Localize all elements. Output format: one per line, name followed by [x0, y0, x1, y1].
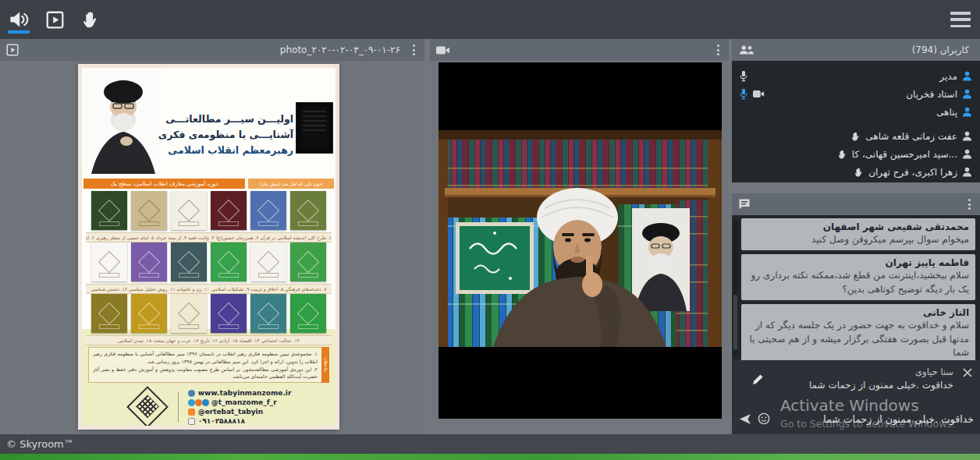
chat-input-row: خداقوت .خیلی ممنون از زحمات شما [738, 409, 974, 428]
desktop-background-strip [0, 454, 980, 460]
chat-panel-header [732, 193, 980, 215]
chat-panel: محمدتقی شفیعی شهر اصفهان میخوام سوال بپر… [732, 193, 980, 434]
message-author: الناز خانی [747, 307, 969, 318]
reply-quote: سنا حیاوی خداقوت .خیلی ممنون از زحمات شم… [740, 366, 972, 391]
leader-photo [85, 71, 162, 174]
video-panel-header [430, 39, 729, 61]
poster-banner-main: دوره آموزشی معارف انقلاب اسلامی، سطح یک [83, 179, 245, 189]
user-person-icon [962, 107, 972, 117]
chat-message: فاطمه پاییز تهران سلام ببخشید،اینترنت من… [741, 254, 975, 300]
qr-logo [126, 386, 169, 428]
user-row[interactable]: مدیر [740, 67, 972, 85]
skyroom-copyright: © Skyroom™ [6, 438, 74, 450]
screenshare-panel: photo_۲۰۲۰-۰۲-۰۳_۰۹-۰۱-۲۶ اولیـــن سیـــ… [0, 39, 424, 434]
user-row[interactable]: سید امیرحسین قهانی، کا... [740, 145, 972, 163]
phone-icon [188, 418, 195, 425]
chat-message: الناز خانی سلام و خداقوت به جهت حضور در … [741, 304, 975, 360]
poster-caption-row-1: ۱. طرح کلی اندیشه اسلامی در قرآن ۲. همرز… [86, 232, 332, 242]
media-play-icon [6, 44, 19, 56]
menu-button[interactable] [950, 12, 971, 27]
poster-caption-row-3: ۱۳. عدالت اجتماعی ۱۴. اقتصاد ۱۵. آزادی ۱… [86, 335, 332, 345]
reply-compose-box: سنا حیاوی خداقوت .خیلی ممنون از زحمات شم… [732, 360, 980, 434]
emoji-button[interactable] [758, 412, 770, 425]
raise-hand-icon [81, 9, 100, 30]
raised-hand-icon [850, 131, 861, 142]
webcam-video [439, 130, 722, 347]
reply-author: سنا حیاوی [771, 366, 953, 377]
users-icon [738, 44, 754, 55]
shared-poster-image: اولیـــن سیـــر مطالعاتـــی آشنایـــی با… [78, 64, 339, 430]
send-button[interactable] [738, 413, 751, 425]
camera-icon [753, 90, 765, 98]
user-row[interactable]: پناهی [740, 103, 972, 121]
user-person-icon [962, 131, 972, 141]
poster-title: اولیـــن سیـــر مطالعاتـــی آشنایـــی با… [158, 111, 293, 158]
poster-notes-tab: ملاحظات [321, 347, 329, 383]
chat-bubble-icon [738, 198, 751, 211]
edit-pencil-icon [752, 374, 763, 385]
poster-notes: ۱. مجموعه‌ی تبیین منظومه فکری رهبر انقلا… [88, 347, 329, 383]
chat-scrollbar[interactable] [733, 218, 737, 357]
poster-caption-row-2: ۷. دغدغه‌های فرهنگی ۸. اخلاق و تربیت ۹. … [86, 284, 332, 294]
chat-message: محمدتقی شفیعی شهر اصفهان میخوام سوال بپر… [741, 218, 975, 250]
poster-covers-row-2 [86, 242, 332, 281]
user-person-icon [962, 71, 972, 81]
user-person-icon [962, 149, 972, 159]
top-toolbar [0, 0, 980, 39]
mic-active-icon [740, 88, 747, 100]
user-person-icon [962, 89, 972, 99]
telegram-icon [188, 409, 195, 416]
media-player-button[interactable] [39, 4, 70, 35]
chat-panel-options-button[interactable] [965, 196, 974, 213]
share-panel-header: photo_۲۰۲۰-۰۲-۰۳_۰۹-۰۱-۲۶ [0, 39, 424, 61]
message-author: فاطمه پاییز تهران [747, 257, 969, 268]
poster-covers-row-3 [86, 294, 332, 333]
raised-hand-icon [837, 149, 847, 160]
social-icons [188, 399, 208, 406]
close-reply-button[interactable] [963, 368, 972, 377]
poster-covers-row-1 [86, 191, 332, 230]
poster-book-cover [296, 102, 333, 154]
message-text: سلام و خداقوت به جهت حضور در یک جلسه دیگ… [747, 319, 969, 359]
user-row[interactable]: استاد فخریان [740, 85, 972, 103]
users-panel-title: کاربران (794) [912, 44, 969, 55]
poster-contacts: www.tabyinmanzome.ir @t_manzome_f_r @ert… [188, 389, 292, 426]
camera-icon [436, 45, 450, 55]
share-panel-options-button[interactable] [410, 41, 418, 58]
user-row[interactable]: عفت زمانی قلعه شاهی [740, 127, 972, 145]
raised-hand-icon [854, 167, 864, 178]
speaker-icon [9, 10, 29, 29]
poster-footer: www.tabyinmanzome.ir @t_manzome_f_r @ert… [82, 387, 336, 426]
shared-file-title: photo_۲۰۲۰-۰۲-۰۳_۰۹-۰۱-۲۶ [280, 44, 400, 55]
globe-icon [188, 390, 195, 397]
video-frame[interactable] [439, 62, 722, 419]
video-panel [430, 39, 729, 419]
media-play-icon [46, 11, 64, 29]
reply-text: خداقوت .خیلی ممنون از زحمات شما [771, 380, 953, 391]
users-panel-header: کاربران (794) [732, 39, 980, 61]
video-panel-options-button[interactable] [714, 41, 723, 58]
hamburger-menu-icon [950, 12, 971, 15]
app-footer: © Skyroom™ [0, 434, 980, 454]
poster-banner-side: خون دلی که لعل شد (پیش نیاز) [248, 179, 334, 189]
user-list[interactable]: مدیر استاد فخریان پناهی عفت زمانی قلعه ش… [732, 61, 980, 182]
message-author: محمدتقی شفیعی شهر اصفهان [747, 221, 969, 232]
message-text: سلام ببخشید،اینترنت من قطع شد،ممکنه نکته… [747, 269, 969, 296]
poster-banners: خون دلی که لعل شد (پیش نیاز) دوره آموزشی… [83, 179, 334, 189]
mic-icon [740, 70, 747, 82]
chat-message-list[interactable]: محمدتقی شفیعی شهر اصفهان میخوام سوال بپر… [732, 215, 980, 360]
raise-hand-button[interactable] [75, 4, 106, 35]
chat-message-input[interactable]: خداقوت .خیلی ممنون از زحمات شما [776, 413, 974, 425]
audio-button[interactable] [3, 4, 34, 35]
user-row[interactable]: زهرا اکبری، فرح تهران [740, 163, 972, 181]
user-person-icon [962, 167, 972, 177]
message-text: میخوام سوال بپرسم میکروفن وصل کنید [747, 233, 969, 246]
users-panel: کاربران (794) مدیر استاد فخریان پناهی [732, 39, 980, 182]
